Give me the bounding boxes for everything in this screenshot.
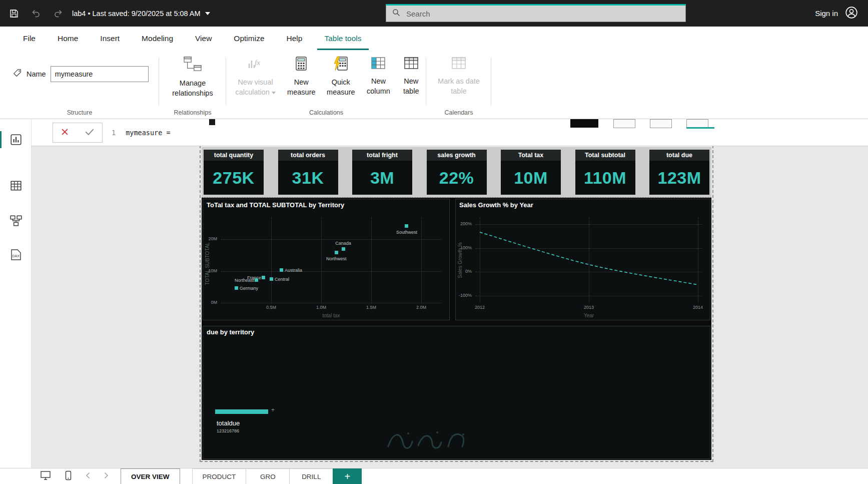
account-avatar-icon[interactable] bbox=[845, 6, 858, 21]
new-column-button[interactable]: New column bbox=[361, 50, 396, 97]
search-input[interactable] bbox=[405, 9, 685, 19]
dax-query-view-icon[interactable]: DAX bbox=[10, 248, 23, 261]
tab-insert[interactable]: Insert bbox=[89, 27, 131, 50]
bar-value-label: 123216786 bbox=[217, 428, 239, 433]
save-icon[interactable] bbox=[8, 8, 20, 20]
page-tabs: OVER VIEW PRODUCT GRO DRILL + bbox=[121, 468, 362, 484]
group-label-relationships: Relationships bbox=[159, 109, 226, 116]
tag-icon bbox=[13, 69, 22, 80]
formula-editor-line[interactable]: 1 mymeasure = bbox=[112, 119, 171, 146]
card-total-due[interactable]: total due 123M bbox=[649, 150, 709, 195]
formula-line-number: 1 bbox=[112, 129, 116, 137]
measure-name-input[interactable] bbox=[51, 66, 149, 82]
desktop-layout-icon[interactable] bbox=[40, 470, 51, 482]
page-tab-drill[interactable]: DRILL bbox=[289, 468, 333, 484]
redo-icon[interactable] bbox=[52, 8, 64, 20]
gridline bbox=[421, 217, 422, 303]
card-value: 3M bbox=[352, 161, 412, 195]
scatter-point bbox=[235, 286, 238, 290]
formula-commit-box bbox=[53, 123, 103, 143]
dax-formula-bar[interactable]: 1 mymeasure = bbox=[32, 119, 868, 146]
card-total-tax[interactable]: Total tax 10M bbox=[501, 150, 561, 195]
scatter-point-label: Southwest bbox=[396, 230, 416, 235]
y-axis-title: TOTAL SUBTOTAL bbox=[205, 242, 210, 285]
gridline bbox=[221, 239, 441, 240]
bar-totaldue bbox=[215, 409, 268, 414]
clipped-visual-fragment bbox=[209, 119, 215, 125]
report-view-icon[interactable] bbox=[10, 133, 23, 146]
tab-table-tools[interactable]: Table tools bbox=[313, 27, 372, 50]
x-axis-title: Year bbox=[476, 313, 702, 318]
scatter-point-label: Northwest bbox=[326, 256, 346, 261]
previous-page-icon[interactable] bbox=[86, 472, 90, 481]
y-tick-label: 20M bbox=[203, 236, 217, 241]
scatter-point-label: Australia bbox=[285, 268, 302, 273]
bar-chart-visual[interactable]: due by territory +totaldue123216786 bbox=[203, 326, 710, 459]
date-table-icon bbox=[451, 56, 466, 72]
gridline bbox=[271, 217, 272, 303]
scatter-point bbox=[335, 251, 338, 254]
card-total-fright[interactable]: total fright 3M bbox=[352, 150, 412, 195]
tab-optimize[interactable]: Optimize bbox=[223, 27, 275, 50]
clipped-visual-fragment bbox=[570, 119, 598, 128]
active-view-indicator bbox=[0, 131, 2, 148]
group-label-structure: Structure bbox=[0, 109, 159, 116]
next-page-icon[interactable] bbox=[104, 472, 109, 481]
report-page[interactable]: total quantity 275K total orders 31K tot… bbox=[202, 147, 711, 460]
ribbon-group-calculations: fx New visual calculation New measure Qu… bbox=[226, 50, 426, 119]
bar-category-label: totaldue bbox=[217, 419, 240, 427]
manage-relationships-icon bbox=[183, 56, 202, 74]
new-measure-label: New measure bbox=[285, 77, 317, 98]
scatter-point bbox=[262, 276, 265, 279]
mobile-layout-icon[interactable] bbox=[65, 470, 72, 482]
tab-file[interactable]: File bbox=[12, 27, 47, 50]
data-view-icon[interactable] bbox=[10, 179, 23, 192]
chevron-down-icon bbox=[205, 12, 210, 15]
page-tab-product[interactable]: PRODUCT bbox=[192, 468, 247, 484]
scatter-point bbox=[342, 247, 345, 251]
clipped-visual-fragment bbox=[613, 119, 635, 128]
page-tab-overview[interactable]: OVER VIEW bbox=[121, 468, 180, 484]
add-page-button[interactable]: + bbox=[333, 468, 362, 484]
quick-measure-button[interactable]: Quick measure bbox=[321, 50, 361, 98]
gridline bbox=[321, 217, 322, 303]
new-measure-button[interactable]: New measure bbox=[282, 50, 321, 98]
card-sales-growth[interactable]: sales growth 22% bbox=[427, 150, 487, 195]
report-canvas[interactable]: total quantity 275K total orders 31K tot… bbox=[32, 146, 868, 468]
new-table-button[interactable]: New table bbox=[396, 50, 426, 97]
scatter-chart-title: ToTal tax and TOTAL SUBTOTAL by Territor… bbox=[207, 201, 344, 209]
card-total-orders[interactable]: total orders 31K bbox=[278, 150, 338, 195]
card-total-quantity[interactable]: total quantity 275K bbox=[204, 150, 264, 195]
line-chart-visual[interactable]: Sales Growth % by Year 200%100%0%-100%20… bbox=[455, 199, 710, 320]
page-tab-gro[interactable]: GRO bbox=[246, 468, 290, 484]
global-search[interactable] bbox=[386, 4, 686, 22]
kpi-cards-row: total quantity 275K total orders 31K tot… bbox=[202, 147, 711, 198]
document-title[interactable]: lab4 • Last saved: 9/20/2025 at 5:08 AM bbox=[72, 10, 210, 18]
tab-view[interactable]: View bbox=[184, 27, 223, 50]
tab-help[interactable]: Help bbox=[276, 27, 314, 50]
sign-in-button[interactable]: Sign in bbox=[815, 9, 838, 18]
ribbon-group-structure: Name Structure bbox=[0, 50, 159, 119]
tab-modeling[interactable]: Modeling bbox=[131, 27, 184, 50]
manage-relationships-label: Manage relationships bbox=[170, 78, 216, 99]
mark-as-date-table-button: Mark as date table bbox=[433, 50, 485, 97]
manage-relationships-button[interactable]: Manage relationships bbox=[167, 50, 219, 99]
y-tick-label: 0M bbox=[203, 300, 217, 305]
card-value: 110M bbox=[575, 161, 635, 195]
commit-formula-icon[interactable] bbox=[85, 128, 94, 137]
card-title: total fright bbox=[352, 150, 412, 161]
card-value: 10M bbox=[501, 161, 561, 195]
model-view-icon[interactable] bbox=[10, 214, 23, 227]
card-total-subtotal[interactable]: Total subtotal 110M bbox=[575, 150, 635, 195]
growth-trend-line bbox=[456, 212, 710, 320]
cancel-formula-icon[interactable] bbox=[61, 128, 69, 138]
card-value: 275K bbox=[204, 161, 264, 195]
mark-as-date-table-label: Mark as date table bbox=[436, 76, 482, 97]
scatter-chart-visual[interactable]: ToTal tax and TOTAL SUBTOTAL by Territor… bbox=[203, 199, 450, 320]
undo-icon[interactable] bbox=[30, 8, 42, 20]
card-title: total quantity bbox=[204, 150, 264, 161]
formula-expression[interactable]: mymeasure = bbox=[126, 129, 170, 137]
measure-name-label: Name bbox=[27, 70, 46, 78]
tab-home[interactable]: Home bbox=[47, 27, 89, 50]
scatter-point bbox=[280, 268, 283, 272]
